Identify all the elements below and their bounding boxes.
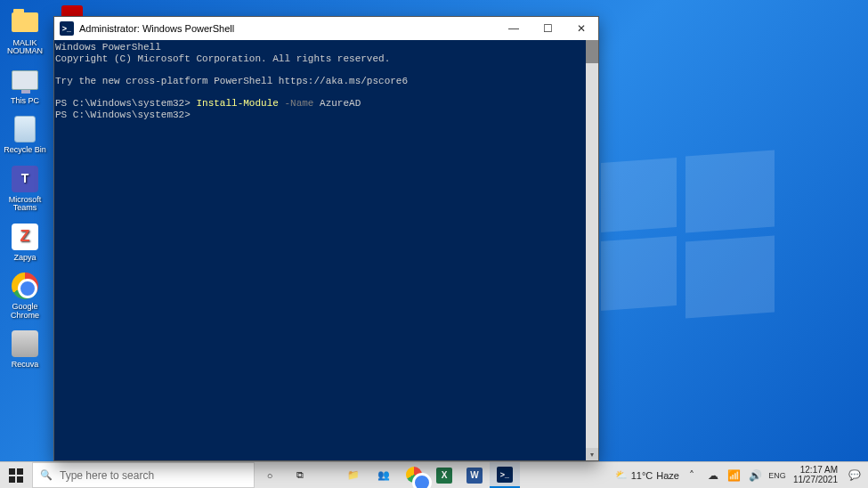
start-button[interactable]: [0, 462, 32, 488]
minimize-button[interactable]: —: [497, 17, 531, 40]
taskbar-app-excel[interactable]: X: [429, 462, 459, 488]
svg-rect-0: [9, 468, 15, 475]
search-box[interactable]: 🔍: [32, 462, 255, 488]
desktop[interactable]: MALIK NOUMAN This PC Recycle Bin T Micro…: [0, 0, 868, 461]
desktop-icon-this-pc[interactable]: This PC: [2, 65, 48, 105]
teams-icon: 👥: [377, 469, 390, 481]
desktop-icon-chrome[interactable]: Google Chrome: [2, 271, 48, 320]
pc-icon: [10, 65, 40, 95]
tray-chevron-up-icon[interactable]: ˄: [683, 469, 701, 482]
cortana-button[interactable]: ○: [255, 462, 285, 488]
terminal-content[interactable]: Windows PowerShell Copyright (C) Microso…: [54, 40, 586, 460]
svg-rect-3: [17, 476, 23, 483]
scrollbar-thumb[interactable]: [586, 40, 598, 63]
terminal-line: Try the new cross-platform PowerShell ht…: [55, 76, 408, 86]
terminal-prompt: PS C:\Windows\system32>: [55, 110, 196, 120]
scrollbar[interactable]: ▾: [586, 40, 598, 460]
desktop-icon-label: Recycle Bin: [4, 146, 46, 154]
desktop-icon-label: Zapya: [13, 254, 36, 262]
taskbar-app-teams[interactable]: 👥: [369, 462, 399, 488]
clock-date: 11/27/2021: [793, 476, 838, 485]
desktop-icon-label: MALIK NOUMAN: [2, 39, 48, 56]
desktop-icon-zapya[interactable]: Z Zapya: [2, 222, 48, 262]
system-tray: ⛅ 11°C Haze ˄ ☁ 📶 🔊 ENG 12:17 AM 11/27/2…: [615, 462, 868, 488]
desktop-icon-label: Recuva: [12, 361, 39, 369]
search-icon: 🔍: [40, 469, 53, 481]
recycle-bin-icon: [10, 114, 40, 144]
windows-wallpaper-logo: [601, 151, 779, 312]
desktop-icon-user-folder[interactable]: MALIK NOUMAN: [2, 7, 48, 56]
terminal-line: Windows PowerShell: [55, 42, 161, 53]
tray-language-icon[interactable]: ENG: [768, 471, 786, 480]
desktop-icon-label: Google Chrome: [2, 303, 48, 320]
taskbar-app-word[interactable]: W: [459, 462, 490, 488]
word-icon: W: [466, 468, 483, 484]
powershell-icon: >_: [60, 21, 74, 36]
tray-wifi-icon[interactable]: 📶: [726, 469, 743, 482]
powershell-icon: >_: [497, 467, 513, 483]
desktop-icon-label: Microsoft Teams: [2, 196, 48, 213]
recuva-icon: [10, 329, 40, 359]
weather-temp: 11°C: [631, 470, 653, 481]
notifications-button[interactable]: 💬: [845, 469, 864, 481]
task-view-button[interactable]: ⧉: [285, 462, 315, 488]
svg-rect-1: [17, 468, 23, 475]
clock[interactable]: 12:17 AM 11/27/2021: [790, 466, 841, 484]
desktop-icon-recuva[interactable]: Recuva: [2, 329, 48, 369]
excel-icon: X: [436, 468, 452, 484]
weather-icon: ⛅: [615, 469, 628, 481]
weather-widget[interactable]: ⛅ 11°C Haze: [615, 469, 679, 481]
desktop-icon-teams[interactable]: T Microsoft Teams: [2, 164, 48, 213]
terminal-line: Copyright (C) Microsoft Corporation. All…: [55, 53, 390, 64]
terminal-line: PS C:\Windows\system32> Install-Module -…: [55, 98, 361, 109]
desktop-icon-recycle-bin[interactable]: Recycle Bin: [2, 114, 48, 154]
folder-icon: [10, 7, 40, 37]
chrome-icon: [10, 271, 40, 301]
zapya-icon: Z: [10, 222, 40, 252]
terminal-body: Windows PowerShell Copyright (C) Microso…: [54, 40, 598, 460]
window-title: Administrator: Windows PowerShell: [79, 23, 497, 34]
taskbar-app-explorer[interactable]: 📁: [338, 462, 369, 488]
svg-rect-2: [9, 476, 15, 483]
taskbar-app-chrome[interactable]: [399, 462, 429, 488]
teams-icon: T: [10, 164, 40, 194]
scrollbar-down[interactable]: ▾: [586, 448, 598, 460]
desktop-icons: MALIK NOUMAN This PC Recycle Bin T Micro…: [0, 4, 50, 372]
taskbar-app-powershell[interactable]: >_: [490, 462, 520, 488]
windows-icon: [9, 468, 23, 483]
chrome-icon: [406, 467, 422, 484]
tray-onedrive-icon[interactable]: ☁: [704, 469, 722, 482]
folder-icon: 📁: [347, 469, 360, 481]
desktop-icon-label: This PC: [11, 97, 39, 105]
weather-condition: Haze: [656, 470, 679, 481]
titlebar[interactable]: >_ Administrator: Windows PowerShell — ☐…: [54, 17, 598, 40]
taskbar: 🔍 ○ ⧉ 📁 👥 X W >_ ⛅ 11°C Haze ˄ ☁ 📶 🔊 ENG…: [0, 461, 868, 488]
clock-time: 12:17 AM: [793, 466, 838, 476]
search-input[interactable]: [60, 469, 247, 482]
tray-volume-icon[interactable]: 🔊: [747, 469, 765, 482]
powershell-window[interactable]: >_ Administrator: Windows PowerShell — ☐…: [53, 16, 599, 461]
maximize-button[interactable]: ☐: [531, 17, 564, 40]
close-button[interactable]: ✕: [564, 17, 598, 40]
